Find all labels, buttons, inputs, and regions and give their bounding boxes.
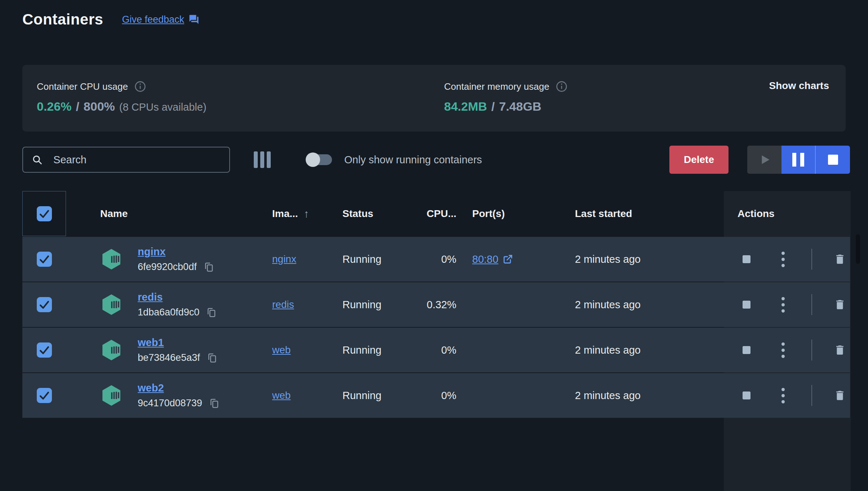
info-icon[interactable] <box>134 81 146 92</box>
check-icon <box>37 342 52 358</box>
copy-icon[interactable] <box>207 353 217 363</box>
status-text: Running <box>342 253 381 265</box>
page-title: Containers <box>22 11 103 28</box>
check-icon <box>37 252 52 267</box>
stop-icon <box>828 155 838 165</box>
external-link-icon <box>503 254 513 264</box>
row-stop-icon[interactable] <box>743 346 750 354</box>
pause-icon <box>792 153 804 167</box>
row-menu-icon[interactable] <box>781 297 785 313</box>
last-started-text: 2 minutes ago <box>575 299 641 311</box>
columns-icon[interactable] <box>254 151 271 168</box>
select-all-checkbox[interactable] <box>37 206 52 221</box>
pause-button[interactable] <box>781 146 816 174</box>
check-icon <box>37 297 52 312</box>
memory-usage-label: Container memory usage <box>444 81 549 92</box>
row-delete-icon[interactable] <box>834 344 846 356</box>
row-checkbox[interactable] <box>37 252 52 267</box>
check-icon <box>37 206 52 221</box>
actions-divider <box>811 385 812 406</box>
image-link[interactable]: nginx <box>272 253 296 265</box>
cpu-value: 0% <box>441 253 456 265</box>
give-feedback-label: Give feedback <box>122 14 184 25</box>
container-id: 9c4170d08739 <box>138 398 202 409</box>
actions-divider <box>811 249 812 270</box>
delete-button[interactable]: Delete <box>669 146 728 174</box>
give-feedback-link[interactable]: Give feedback <box>122 14 199 25</box>
row-delete-icon[interactable] <box>834 253 846 265</box>
row-delete-icon[interactable] <box>834 298 846 311</box>
container-name-link[interactable]: nginx <box>138 246 214 258</box>
info-icon[interactable] <box>556 81 567 92</box>
toggle-thumb <box>306 152 320 167</box>
cpu-note: (8 CPUs available) <box>119 101 207 113</box>
copy-icon[interactable] <box>206 307 217 318</box>
sort-asc-icon[interactable]: ↑ <box>304 208 309 220</box>
table-row: redis 1dba6a0fd9c0 redis Running 0.32% 2… <box>22 282 850 327</box>
column-header-ports[interactable]: Port(s) <box>472 208 505 220</box>
row-menu-icon[interactable] <box>781 342 785 358</box>
container-icon <box>100 384 123 407</box>
play-icon <box>758 153 771 166</box>
container-name-link[interactable]: web1 <box>138 337 217 349</box>
table-row: web2 9c4170d08739 web Running 0% 2 minut… <box>22 373 850 418</box>
status-text: Running <box>342 344 381 356</box>
image-link[interactable]: web <box>272 390 291 401</box>
status-text: Running <box>342 390 381 402</box>
column-header-image[interactable]: Ima... <box>272 208 298 220</box>
copy-icon[interactable] <box>203 262 214 273</box>
search-box[interactable] <box>22 147 230 173</box>
actions-divider <box>811 294 812 315</box>
column-header-status[interactable]: Status <box>342 208 373 220</box>
bulk-actions-group <box>747 146 850 174</box>
column-header-actions: Actions <box>738 208 775 220</box>
port-link[interactable]: 80:80 <box>472 253 513 265</box>
row-checkbox[interactable] <box>37 297 52 312</box>
last-started-text: 2 minutes ago <box>575 344 641 356</box>
memory-total-value: 7.48GB <box>499 99 541 114</box>
running-only-toggle[interactable] <box>307 154 332 165</box>
stop-button[interactable] <box>816 146 850 174</box>
show-charts-button[interactable]: Show charts <box>769 80 829 92</box>
container-icon <box>100 248 123 270</box>
row-checkbox[interactable] <box>37 342 52 358</box>
row-stop-icon[interactable] <box>743 301 750 309</box>
container-icon <box>100 339 123 361</box>
column-header-cpu[interactable]: CPU... <box>427 208 456 220</box>
row-menu-icon[interactable] <box>781 252 785 267</box>
memory-used-value: 84.2MB <box>444 99 487 114</box>
play-button[interactable] <box>747 146 781 174</box>
cpu-value: 0.32% <box>427 299 456 311</box>
check-icon <box>37 388 52 403</box>
row-delete-icon[interactable] <box>834 389 846 402</box>
image-link[interactable]: web <box>272 344 291 356</box>
cpu-usage-label: Container CPU usage <box>37 81 128 92</box>
last-started-text: 2 minutes ago <box>575 253 641 265</box>
container-name-link[interactable]: web2 <box>138 382 220 394</box>
row-stop-icon[interactable] <box>743 392 750 399</box>
copy-icon[interactable] <box>209 398 220 409</box>
cpu-separator: / <box>76 99 79 114</box>
row-stop-icon[interactable] <box>743 255 750 263</box>
toolbar: Only show running containers Delete <box>22 146 850 174</box>
container-name-link[interactable]: redis <box>138 291 217 303</box>
cpu-total-value: 800% <box>84 99 115 114</box>
status-text: Running <box>342 299 381 311</box>
container-id: be73846e5a3f <box>138 352 200 363</box>
search-input[interactable] <box>53 154 221 166</box>
last-started-text: 2 minutes ago <box>575 390 641 402</box>
running-only-label: Only show running containers <box>344 154 482 166</box>
container-icon <box>100 293 123 316</box>
table-row: nginx 6fe9920cb0df nginx Running 0% 80:8… <box>22 237 850 282</box>
row-menu-icon[interactable] <box>781 388 785 403</box>
actions-divider <box>811 340 812 360</box>
image-link[interactable]: redis <box>272 299 294 310</box>
column-header-last-started[interactable]: Last started <box>575 208 632 220</box>
column-header-name[interactable]: Name <box>100 208 128 220</box>
cpu-value: 0% <box>441 344 456 356</box>
row-checkbox[interactable] <box>37 388 52 403</box>
memory-separator: / <box>491 99 495 114</box>
scrollbar-thumb[interactable] <box>856 234 860 264</box>
table-row: web1 be73846e5a3f web Running 0% 2 minut… <box>22 328 850 372</box>
cpu-used-value: 0.26% <box>37 99 71 114</box>
